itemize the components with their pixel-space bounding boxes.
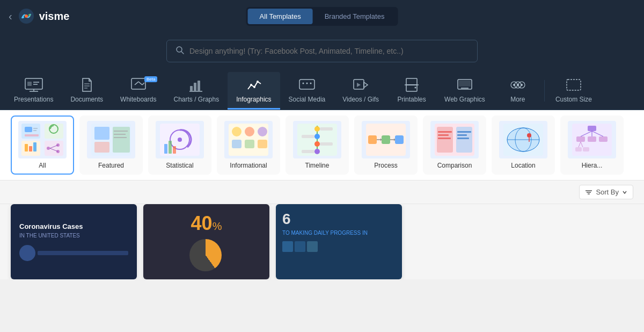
svg-rect-26	[299, 80, 314, 89]
svg-rect-107	[438, 138, 451, 139]
search-input[interactable]	[189, 47, 469, 55]
sub-filter-featured-label: Featured	[98, 162, 124, 169]
sub-filter-process-thumb	[362, 121, 410, 158]
svg-rect-87	[320, 127, 333, 131]
svg-line-5	[181, 52, 184, 54]
svg-rect-108	[457, 131, 471, 133]
sub-filter-statistical-label: Statistical	[166, 162, 193, 169]
sub-filter-process-label: Process	[374, 162, 397, 169]
template-card-40pct[interactable]: 40 %	[143, 204, 269, 279]
sub-filter-hierarchy-label: Hiera...	[582, 162, 603, 169]
svg-rect-123	[576, 136, 585, 142]
beta-badge: Beta	[144, 76, 157, 82]
svg-rect-56	[29, 146, 32, 151]
sub-filter-hierarchy[interactable]: Hiera...	[560, 116, 624, 175]
category-whiteboards-label: Whiteboards	[120, 96, 156, 103]
covid-title: Coronavirus Cases	[19, 222, 128, 230]
sub-filter-comparison-label: Comparison	[437, 162, 472, 169]
svg-rect-128	[575, 147, 582, 151]
category-printables[interactable]: Printables	[387, 72, 436, 110]
svg-line-18	[142, 83, 144, 85]
svg-point-29	[310, 83, 311, 84]
svg-rect-57	[33, 142, 36, 151]
category-whiteboards[interactable]: Beta Whiteboards	[112, 72, 165, 110]
category-more[interactable]: More	[494, 72, 542, 110]
svg-rect-125	[599, 136, 608, 142]
charts-icon	[187, 77, 206, 92]
six-number: 6	[282, 211, 396, 228]
sub-filter-location-thumb	[499, 121, 547, 158]
sub-filter-featured[interactable]: Featured	[79, 116, 143, 175]
svg-rect-20	[194, 83, 196, 91]
svg-point-62	[56, 143, 60, 147]
svg-rect-51	[25, 134, 39, 136]
svg-rect-83	[258, 140, 267, 148]
back-button[interactable]: ‹	[9, 10, 12, 23]
svg-rect-97	[395, 135, 404, 144]
custom-icon	[564, 77, 583, 92]
sort-button[interactable]: Sort By	[579, 185, 633, 199]
category-videos[interactable]: Videos / Gifs	[334, 72, 387, 110]
sub-filter-comparison[interactable]: Comparison	[423, 116, 486, 175]
svg-point-86	[314, 126, 320, 132]
svg-rect-103	[437, 127, 453, 153]
infographics-icon	[244, 77, 264, 92]
category-social[interactable]: Social Media	[280, 72, 334, 110]
sub-filter-statistical[interactable]: Statistical	[148, 116, 211, 175]
svg-rect-105	[438, 131, 452, 133]
category-documents[interactable]: Documents	[62, 72, 112, 110]
sub-filter-timeline-label: Timeline	[305, 162, 330, 169]
search-box	[166, 40, 478, 62]
sub-filter-all-thumb	[18, 121, 67, 158]
category-custom-label: Custom Size	[555, 96, 592, 103]
template-tabs: All Templates Branded Templates	[246, 7, 398, 26]
forty-number: 40	[191, 212, 213, 235]
sub-filter-location[interactable]: Location	[492, 116, 555, 175]
sub-filter-timeline[interactable]: Timeline	[286, 116, 349, 175]
svg-rect-67	[113, 127, 130, 153]
svg-rect-106	[438, 134, 449, 136]
search-icon	[175, 46, 184, 56]
svg-rect-129	[583, 147, 589, 151]
category-custom[interactable]: Custom Size	[547, 72, 601, 110]
svg-rect-65	[94, 127, 109, 140]
template-card-covid[interactable]: Coronavirus Cases IN THE UNITED STATES	[11, 204, 137, 279]
svg-rect-104	[456, 127, 472, 153]
presentations-icon	[24, 77, 43, 92]
sub-filter-comparison-thumb	[430, 121, 479, 158]
sub-filter-informational-thumb	[224, 121, 273, 158]
documents-icon	[77, 77, 97, 92]
sub-filter-location-label: Location	[511, 162, 535, 169]
svg-point-36	[415, 87, 416, 89]
svg-rect-38	[459, 81, 471, 86]
sub-filters: All Featured	[0, 110, 644, 181]
svg-rect-91	[320, 142, 333, 146]
template-card-6[interactable]: 6 TO MAKING DAILY PROGRESS IN	[276, 204, 402, 279]
all-templates-tab[interactable]: All Templates	[248, 9, 313, 24]
svg-rect-21	[197, 81, 200, 91]
more-icon	[508, 77, 528, 92]
printables-icon	[402, 77, 421, 92]
svg-rect-81	[245, 140, 254, 148]
svg-rect-9	[27, 82, 32, 86]
svg-rect-76	[173, 146, 176, 154]
category-presentations[interactable]: Presentations	[5, 72, 62, 110]
category-nav: Presentations Documents Beta Whiteboards	[0, 72, 644, 110]
category-infographics[interactable]: Infographics	[228, 72, 280, 110]
svg-rect-80	[245, 127, 254, 136]
sub-filter-hierarchy-thumb	[568, 121, 616, 158]
category-webgraphics[interactable]: Web Graphics	[436, 72, 494, 110]
svg-rect-79	[232, 140, 241, 148]
svg-point-28	[306, 83, 308, 84]
sub-filter-process[interactable]: Process	[354, 116, 418, 175]
category-documents-label: Documents	[70, 96, 103, 103]
svg-rect-55	[25, 144, 28, 151]
svg-line-16	[138, 82, 142, 85]
branded-templates-tab[interactable]: Branded Templates	[313, 9, 397, 24]
sub-filter-informational[interactable]: Informational	[217, 116, 280, 175]
category-charts[interactable]: Charts / Graphs	[165, 72, 228, 110]
forty-percent: %	[213, 220, 222, 233]
category-charts-label: Charts / Graphs	[173, 96, 219, 103]
svg-rect-89	[302, 135, 314, 138]
sub-filter-all[interactable]: All	[11, 116, 74, 175]
